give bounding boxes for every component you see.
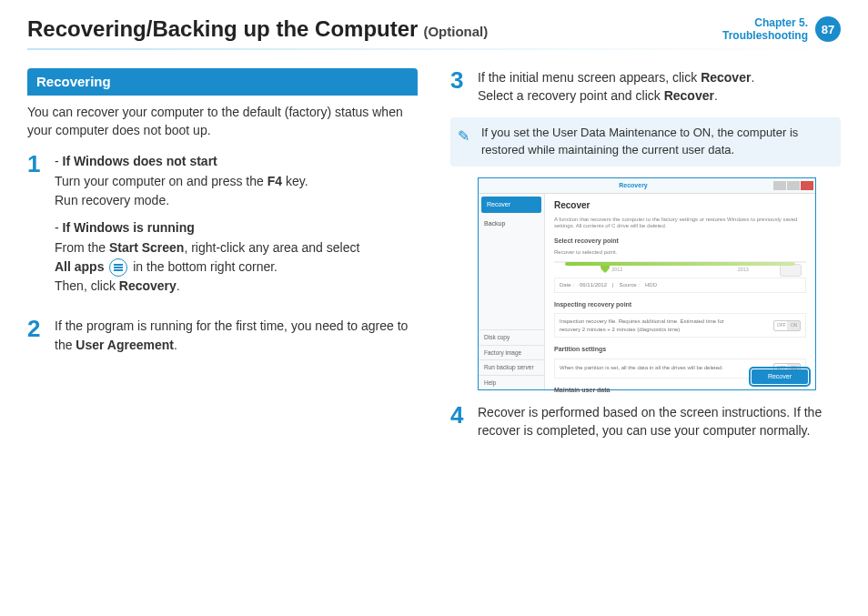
all-apps-icon (109, 258, 127, 277)
page-title: Recovering/Backing up the Computer (27, 16, 418, 42)
sidebar-item-backup[interactable]: Backup (479, 216, 544, 232)
step-number: 4 (450, 403, 469, 440)
step1b-l1-post: , right-click any area and select (184, 240, 359, 255)
f4-key: F4 (267, 174, 282, 188)
user-agreement-bold: User Agreement (76, 338, 174, 352)
main-desc: A function that recovers the computer to… (554, 217, 806, 229)
info-line: Date : 06/11/2012 | Source : HDD (554, 278, 806, 293)
note-icon: ✎ (458, 126, 469, 146)
step1b-l1-pre: From the (55, 240, 109, 255)
info-src-label: Source : (620, 281, 640, 289)
sec-inspect: Inspecting recovery point (554, 300, 806, 309)
header-divider (27, 48, 841, 50)
dash: - (55, 220, 63, 235)
close-button[interactable] (801, 181, 813, 190)
timeline-restore-button[interactable] (780, 264, 802, 277)
step3-l1-post: . (751, 70, 754, 85)
chapter-line2: Troubleshooting (722, 29, 808, 42)
maximize-button[interactable] (787, 181, 800, 190)
step-1: 1 - If Windows does not start Turn your … (27, 152, 418, 304)
recovery-timeline[interactable] (554, 261, 806, 263)
sidebar-item-runserver[interactable]: Run backup server (479, 359, 544, 374)
info-date-label: Date : (560, 281, 574, 289)
chapter-block: Chapter 5. Troubleshooting 87 (722, 16, 841, 43)
step-number: 1 (27, 152, 45, 304)
step-2: 2 If the program is running for the firs… (27, 317, 418, 354)
sec-maintain: Maintain user data (554, 386, 806, 395)
step1a-text2: Run recovery mode. (55, 193, 169, 207)
main-title: Recover (554, 199, 806, 213)
recovery-bold: Recovery (119, 278, 177, 293)
sidebar-item-recover[interactable]: Recover (481, 197, 541, 213)
tl-year: 2012 (611, 267, 622, 274)
recover-bold2: Recover (664, 88, 714, 103)
recover-bold1: Recover (701, 70, 751, 85)
note-text: If you set the User Data Maintenance to … (481, 126, 798, 157)
toggle-off: OFF (777, 322, 786, 328)
right-column: 3 If the initial menu screen appears, cl… (450, 68, 841, 453)
page-title-suffix: (Optional) (423, 24, 488, 39)
start-screen-bold: Start Screen (109, 240, 184, 255)
all-apps-bold: All apps (55, 259, 104, 274)
partition-desc: When the partition is set, all the data … (560, 364, 723, 372)
sidebar-item-factory[interactable]: Factory image (479, 345, 544, 359)
step1a-title: If Windows does not start (63, 154, 217, 168)
step-number: 2 (27, 317, 45, 354)
page-number-badge: 87 (815, 16, 841, 42)
step1b-l2-post: in the bottom right corner. (133, 259, 278, 274)
window-main: Recover A function that recovers the com… (545, 194, 815, 389)
sec-partition: Partition settings (554, 345, 806, 354)
step-3: 3 If the initial menu screen appears, cl… (450, 68, 841, 106)
intro-text: You can recover your computer to the def… (27, 103, 418, 140)
page-header: Recovering/Backing up the Computer (Opti… (27, 16, 841, 43)
minimize-button[interactable] (773, 181, 786, 190)
sidebar-item-diskcopy[interactable]: Disk copy (479, 329, 544, 344)
section-header-recovering: Recovering (27, 68, 418, 96)
sec-select-sub: Recover to selected point. (554, 249, 806, 256)
step3-l2-post: . (714, 88, 718, 103)
info-src: HDD (645, 281, 657, 289)
toggle-on: ON (791, 322, 798, 328)
sidebar-item-help[interactable]: Help (479, 375, 544, 389)
tl-year: 2013 (738, 267, 749, 274)
sidebar-label: Backup (484, 219, 505, 228)
left-column: Recovering You can recover your computer… (27, 68, 418, 453)
sec-select: Select recovery point (554, 237, 806, 246)
step3-l1-pre: If the initial menu screen appears, clic… (478, 70, 701, 85)
inspect-desc: Inspection recovery file. Requires addit… (560, 318, 741, 333)
step1a-text-post: key. (282, 174, 308, 188)
step-4: 4 Recover is performed based on the scre… (450, 403, 841, 440)
info-date: 06/11/2012 (580, 281, 607, 289)
recovery-window: Recovery Recover Backup Disk copy Factor… (478, 177, 816, 390)
step1b-l3-post: . (177, 278, 180, 293)
dash: - (55, 154, 63, 168)
step2-post: . (174, 338, 177, 352)
inspect-row: Inspection recovery file. Requires addit… (554, 313, 806, 338)
window-sidebar: Recover Backup Disk copy Factory image R… (479, 194, 545, 389)
step1b-title: If Windows is running (63, 220, 195, 235)
recover-button[interactable]: Recover (752, 369, 808, 384)
step4-text: Recover is performed based on the screen… (478, 405, 822, 438)
inspect-toggle[interactable]: OFFON (773, 320, 801, 331)
chapter-line1: Chapter 5. (722, 16, 808, 29)
window-titlebar: Recovery (479, 178, 815, 194)
step1a-text-pre: Turn your computer on and press the (55, 174, 267, 188)
step1b-l3-pre: Then, click (55, 278, 119, 293)
note-box: ✎ If you set the User Data Maintenance t… (450, 117, 841, 167)
window-title: Recovery (493, 181, 773, 190)
sidebar-label: Recover (487, 200, 510, 209)
step-number: 3 (450, 68, 469, 106)
step3-l2-pre: Select a recovery point and click (478, 88, 664, 103)
